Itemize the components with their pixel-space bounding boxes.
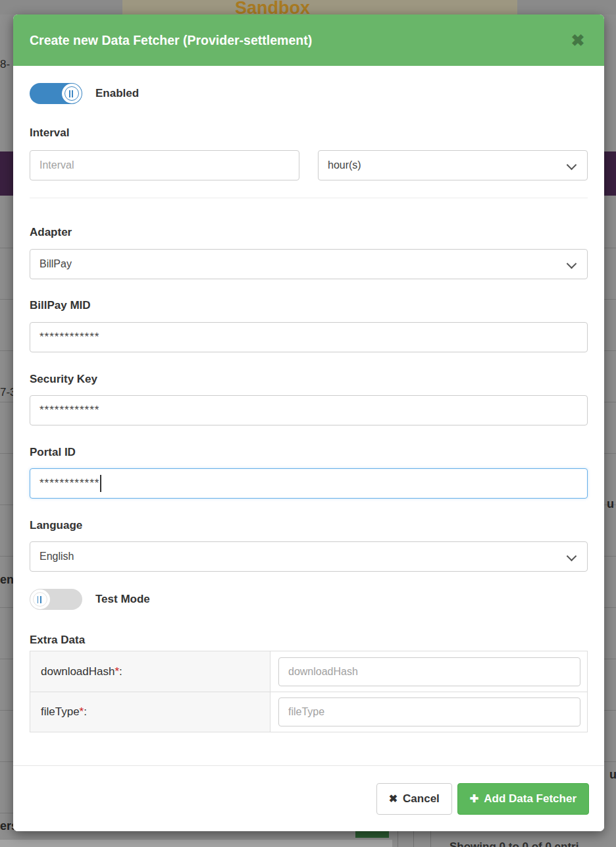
modal-header: Create new Data Fetcher (Provider-settle… (13, 14, 604, 66)
grip-icon (38, 596, 43, 603)
enabled-toggle[interactable] (30, 83, 82, 104)
extra-data-key-text: downloadHash (41, 665, 115, 678)
modal-footer: ✖ Cancel ✚ Add Data Fetcher (13, 765, 604, 831)
modal-body: Enabled Interval hour(s) Adapter BillPay… (13, 83, 604, 732)
toggle-knob (30, 589, 50, 609)
security-key-label: Security Key (30, 373, 588, 386)
backdrop-text-fragment: u (607, 497, 614, 511)
interval-row: hour(s) (30, 150, 588, 180)
backdrop-text-fragment: en (0, 573, 14, 587)
backdrop-navbar-right (604, 151, 616, 196)
interval-label: Interval (30, 126, 588, 140)
backdrop-text-fragment: 8- (0, 58, 10, 71)
modal-title: Create new Data Fetcher (Provider-settle… (30, 33, 312, 48)
extra-data-key-text: fileType (41, 705, 80, 719)
add-data-fetcher-button[interactable]: ✚ Add Data Fetcher (457, 783, 589, 815)
chevron-down-icon (568, 553, 575, 560)
portal-id-label: Portal ID (30, 446, 588, 459)
enabled-toggle-row: Enabled (30, 83, 588, 104)
portal-id-value: ************ (39, 477, 99, 490)
backdrop-showing-entries-text: Showing 0 to 0 of 0 entri (449, 840, 578, 847)
backdrop-navbar-left (0, 151, 13, 196)
test-mode-toggle[interactable] (30, 589, 82, 610)
filetype-input[interactable] (278, 697, 580, 726)
billpay-mid-input[interactable]: ************ (30, 322, 588, 352)
section-divider (30, 198, 588, 198)
table-row: fileType*: (30, 692, 587, 732)
grip-icon (69, 90, 74, 97)
enabled-toggle-label: Enabled (95, 87, 139, 100)
backdrop-top-strip: Sandbox (0, 0, 616, 14)
backdrop-bottom-strip: Showing 0 to 0 of 0 entri (0, 831, 616, 847)
backdrop-text-fragment: u (609, 768, 616, 782)
required-asterisk: * (80, 705, 84, 719)
security-key-input[interactable]: ************ (30, 395, 588, 425)
table-row: downloadHash*: (30, 651, 587, 692)
language-value: English (39, 551, 74, 562)
billpay-mid-label: BillPay MID (30, 299, 588, 312)
backdrop-green-button (355, 831, 389, 838)
add-button-label: Add Data Fetcher (484, 792, 577, 806)
close-icon[interactable]: ✖ (568, 30, 588, 50)
extra-data-key: fileType*: (30, 692, 270, 732)
language-label: Language (30, 519, 588, 532)
test-mode-toggle-row: Test Mode (30, 589, 588, 610)
colon: : (119, 665, 122, 678)
chevron-down-icon (568, 260, 575, 267)
billpay-mid-value: ************ (39, 331, 99, 344)
text-cursor (100, 475, 101, 492)
downloadhash-input[interactable] (278, 657, 580, 686)
test-mode-toggle-label: Test Mode (95, 593, 150, 606)
extra-data-label: Extra Data (30, 634, 588, 647)
adapter-value: BillPay (39, 258, 72, 270)
backdrop-pagination-bar (0, 840, 392, 847)
sandbox-banner-label: Sandbox (235, 0, 310, 14)
cancel-button-label: Cancel (403, 792, 440, 806)
page-backdrop: Sandbox 8- 7-3 en ers u u Showing 0 to 0… (0, 0, 616, 847)
toggle-knob (62, 84, 82, 103)
create-data-fetcher-modal: Create new Data Fetcher (Provider-settle… (13, 14, 604, 831)
extra-data-table: downloadHash*: fileType*: (30, 651, 588, 732)
chevron-down-icon (568, 161, 575, 169)
plus-icon: ✚ (470, 792, 478, 805)
interval-unit-value: hour(s) (328, 159, 361, 171)
cancel-button[interactable]: ✖ Cancel (376, 783, 452, 815)
interval-unit-select[interactable]: hour(s) (318, 150, 588, 180)
extra-data-value-cell (270, 651, 587, 692)
x-icon: ✖ (389, 792, 398, 805)
required-asterisk: * (115, 665, 119, 678)
language-select[interactable]: English (30, 541, 588, 572)
colon: : (84, 705, 87, 719)
extra-data-key: downloadHash*: (30, 651, 270, 692)
interval-input[interactable] (30, 150, 299, 180)
security-key-value: ************ (39, 404, 99, 417)
adapter-select[interactable]: BillPay (30, 249, 588, 279)
extra-data-value-cell (270, 692, 587, 732)
sandbox-banner: Sandbox (122, 0, 517, 14)
portal-id-input[interactable]: ************ (30, 468, 588, 499)
adapter-label: Adapter (30, 226, 588, 239)
